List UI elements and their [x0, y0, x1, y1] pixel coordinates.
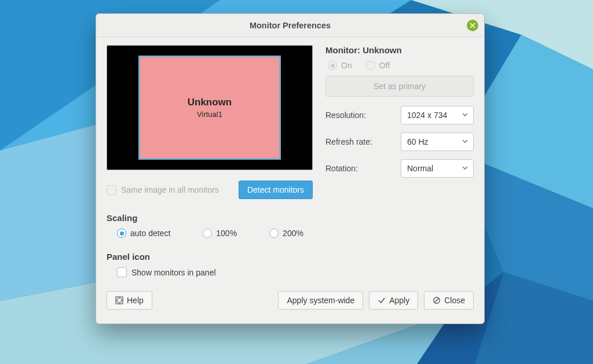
refresh-rate-value: 60 Hz	[407, 137, 429, 146]
chevron-down-icon	[462, 137, 468, 146]
monitor-thumbnail-output: Virtual1	[197, 110, 222, 119]
scaling-auto-label: auto detect	[130, 229, 170, 238]
checkmark-icon	[378, 296, 386, 304]
mirror-displays-label: Same image in all monitors	[121, 185, 219, 194]
detect-monitors-label: Detect monitors	[247, 185, 304, 194]
scaling-section-header: Scaling	[107, 213, 474, 223]
selected-monitor-heading: Monitor: Unknown	[325, 45, 474, 55]
svg-point-13	[117, 298, 122, 303]
show-monitors-in-panel-checkbox[interactable]: Show monitors in panel	[117, 267, 474, 277]
monitor-layout-preview[interactable]: Unknown Virtual1	[107, 45, 313, 170]
monitor-thumbnail-name: Unknown	[188, 97, 232, 108]
show-monitors-in-panel-label: Show monitors in panel	[131, 268, 216, 277]
scaling-200-radio[interactable]: 200%	[269, 229, 303, 238]
window-title: Monitor Preferences	[250, 21, 331, 30]
rotation-combobox[interactable]: Normal	[401, 159, 474, 178]
apply-system-wide-button[interactable]: Apply system-wide	[278, 291, 363, 310]
help-button[interactable]: Help	[107, 291, 152, 310]
prohibit-icon	[433, 296, 441, 304]
detect-monitors-button[interactable]: Detect monitors	[239, 181, 313, 199]
apply-system-wide-label: Apply system-wide	[287, 296, 354, 305]
off-label: Off	[379, 61, 390, 70]
refresh-rate-label: Refresh rate:	[325, 137, 401, 146]
mirror-displays-checkbox: Same image in all monitors	[107, 185, 219, 195]
monitor-thumbnail[interactable]: Unknown Virtual1	[138, 56, 281, 160]
apply-button-label: Apply	[389, 296, 409, 305]
monitor-state-on-radio: On	[328, 61, 352, 70]
scaling-200-label: 200%	[283, 229, 303, 238]
close-icon	[470, 23, 475, 28]
scaling-100-radio[interactable]: 100%	[203, 229, 237, 238]
window-content: Unknown Virtual1 Same image in all monit…	[96, 37, 484, 323]
close-button[interactable]: Close	[424, 291, 474, 310]
monitor-state-off-radio: Off	[366, 61, 390, 70]
close-button-label: Close	[444, 296, 465, 305]
chevron-down-icon	[462, 164, 468, 173]
window-close-button[interactable]	[467, 20, 478, 31]
panel-icon-section-header: Panel icon	[107, 252, 474, 262]
scaling-auto-radio[interactable]: auto detect	[117, 229, 170, 238]
chevron-down-icon	[462, 111, 468, 120]
on-label: On	[341, 61, 352, 70]
help-button-label: Help	[127, 296, 144, 305]
resolution-value: 1024 x 734	[407, 111, 447, 120]
set-primary-button: Set as primary	[325, 76, 474, 97]
help-icon	[115, 296, 123, 304]
scaling-100-label: 100%	[216, 229, 237, 238]
rotation-label: Rotation:	[325, 164, 401, 173]
set-primary-label: Set as primary	[374, 82, 426, 91]
titlebar: Monitor Preferences	[96, 14, 484, 37]
resolution-label: Resolution:	[325, 111, 401, 120]
resolution-combobox[interactable]: 1024 x 734	[401, 106, 474, 124]
svg-line-19	[435, 298, 439, 302]
refresh-rate-combobox[interactable]: 60 Hz	[401, 133, 474, 151]
rotation-value: Normal	[407, 164, 433, 173]
monitor-preferences-window: Monitor Preferences Unknown Virtual1	[96, 13, 485, 324]
apply-button[interactable]: Apply	[369, 291, 418, 310]
